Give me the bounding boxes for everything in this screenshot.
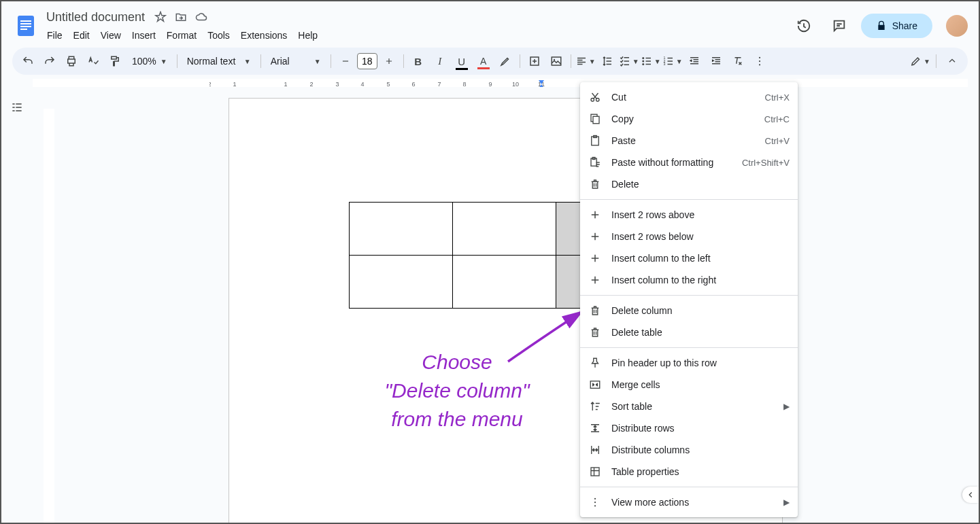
clear-formatting-button[interactable] bbox=[728, 51, 748, 71]
line-spacing-button[interactable] bbox=[597, 51, 618, 71]
bullet-list-button[interactable]: ▼ bbox=[641, 51, 661, 71]
context-menu-item-distribute-columns[interactable]: Distribute columns bbox=[580, 439, 798, 461]
numbered-list-button[interactable]: 123▼ bbox=[662, 51, 683, 71]
menu-tools[interactable]: Tools bbox=[203, 27, 235, 43]
svg-point-16 bbox=[759, 64, 760, 65]
paragraph-style-dropdown[interactable]: Normal text▼ bbox=[182, 56, 256, 67]
svg-point-7 bbox=[554, 59, 555, 60]
context-menu-item-view-more-actions[interactable]: View more actions▶ bbox=[580, 491, 798, 513]
plus-icon bbox=[588, 273, 602, 287]
context-menu-item-delete[interactable]: Delete bbox=[580, 173, 798, 195]
context-menu-item-sort-table[interactable]: Sort table▶ bbox=[580, 396, 798, 417]
table-cell[interactable] bbox=[350, 256, 453, 309]
editing-mode-button[interactable]: ▼ bbox=[910, 51, 930, 71]
context-menu-item-insert-2-rows-below[interactable]: Insert 2 rows below bbox=[580, 226, 798, 247]
svg-rect-2 bbox=[20, 23, 31, 24]
context-menu-item-insert-column-to-the-left[interactable]: Insert column to the left bbox=[580, 247, 798, 269]
menu-view[interactable]: View bbox=[96, 27, 126, 43]
context-menu-label: Pin header up to this row bbox=[611, 357, 790, 368]
context-menu-label: Distribute rows bbox=[611, 423, 790, 434]
cloud-icon[interactable] bbox=[195, 11, 207, 23]
trash-icon bbox=[588, 326, 602, 339]
collapse-toolbar-button[interactable] bbox=[942, 51, 962, 71]
docs-logo[interactable] bbox=[12, 12, 39, 39]
menu-insert[interactable]: Insert bbox=[127, 27, 160, 43]
context-menu-item-insert-column-to-the-right[interactable]: Insert column to the right bbox=[580, 269, 798, 291]
svg-point-15 bbox=[759, 60, 760, 62]
context-menu-label: Insert 2 rows above bbox=[611, 209, 790, 220]
svg-text:3: 3 bbox=[663, 62, 665, 66]
context-menu-label: Copy bbox=[611, 113, 764, 124]
context-menu-label: Table properties bbox=[611, 466, 790, 477]
context-menu-label: Merge cells bbox=[611, 379, 790, 390]
context-menu-item-paste[interactable]: PasteCtrl+V bbox=[580, 130, 798, 152]
align-button[interactable]: ▼ bbox=[575, 51, 596, 71]
document-title[interactable]: Untitled document bbox=[42, 9, 149, 26]
share-button[interactable]: Share bbox=[861, 14, 932, 38]
font-size-increase[interactable] bbox=[379, 51, 399, 71]
vertical-ruler[interactable] bbox=[44, 109, 54, 523]
menu-extensions[interactable]: Extensions bbox=[236, 27, 292, 43]
underline-button[interactable]: U bbox=[452, 51, 472, 71]
history-icon[interactable] bbox=[790, 12, 817, 39]
indent-increase-button[interactable] bbox=[706, 51, 726, 71]
menu-help[interactable]: Help bbox=[293, 27, 322, 43]
context-menu-item-pin-header-up-to-this-row[interactable]: Pin header up to this row bbox=[580, 352, 798, 374]
undo-button[interactable] bbox=[18, 51, 38, 71]
italic-button[interactable]: I bbox=[430, 51, 450, 71]
menu-file[interactable]: File bbox=[42, 27, 67, 43]
zoom-dropdown[interactable]: 100%▼ bbox=[126, 56, 173, 67]
paint-format-button[interactable] bbox=[105, 51, 125, 71]
document-area bbox=[1, 87, 979, 523]
menu-format[interactable]: Format bbox=[162, 27, 201, 43]
table-cell[interactable] bbox=[453, 256, 556, 309]
svg-rect-40 bbox=[590, 381, 600, 389]
chevron-right-icon: ▶ bbox=[783, 497, 790, 507]
sort-icon bbox=[588, 400, 602, 413]
star-icon[interactable] bbox=[154, 11, 167, 23]
redo-button[interactable] bbox=[39, 51, 60, 71]
header-right: Share bbox=[790, 12, 968, 39]
font-dropdown[interactable]: Arial▼ bbox=[265, 56, 326, 67]
context-menu-shortcut: Ctrl+V bbox=[765, 136, 790, 146]
more-icon bbox=[588, 495, 602, 509]
context-menu-item-cut[interactable]: CutCtrl+X bbox=[580, 86, 798, 108]
table-cell[interactable] bbox=[453, 203, 556, 256]
spellcheck-button[interactable] bbox=[83, 51, 103, 71]
table-cell[interactable] bbox=[350, 203, 453, 256]
context-menu-item-insert-2-rows-above[interactable]: Insert 2 rows above bbox=[580, 204, 798, 226]
context-menu-label: View more actions bbox=[611, 497, 783, 508]
highlight-button[interactable] bbox=[495, 51, 516, 71]
checklist-button[interactable]: ▼ bbox=[619, 51, 639, 71]
svg-point-42 bbox=[594, 498, 596, 500]
context-menu-item-delete-column[interactable]: Delete column bbox=[580, 300, 798, 321]
context-menu-item-table-properties[interactable]: Table properties bbox=[580, 461, 798, 483]
comments-icon[interactable] bbox=[826, 12, 853, 39]
context-menu-item-delete-table[interactable]: Delete table bbox=[580, 321, 798, 343]
print-button[interactable] bbox=[61, 51, 82, 71]
menu-edit[interactable]: Edit bbox=[69, 27, 95, 43]
move-icon[interactable] bbox=[175, 11, 187, 23]
context-menu-label: Delete table bbox=[611, 327, 790, 338]
text-color-button[interactable]: A bbox=[473, 51, 494, 71]
context-menu-label: Distribute columns bbox=[611, 444, 790, 455]
svg-rect-41 bbox=[591, 468, 599, 476]
indent-decrease-button[interactable] bbox=[684, 51, 705, 71]
bold-button[interactable]: B bbox=[408, 51, 428, 71]
table-props-icon bbox=[588, 465, 602, 478]
context-menu-item-distribute-rows[interactable]: Distribute rows bbox=[580, 417, 798, 439]
font-size-decrease[interactable] bbox=[335, 51, 356, 71]
avatar[interactable] bbox=[946, 15, 968, 37]
svg-rect-4 bbox=[20, 29, 27, 30]
insert-link-button[interactable] bbox=[524, 51, 545, 71]
side-panel-toggle[interactable] bbox=[962, 487, 979, 503]
more-toolbar-button[interactable] bbox=[749, 51, 770, 71]
outline-icon[interactable] bbox=[10, 101, 24, 523]
insert-image-button[interactable] bbox=[546, 51, 567, 71]
svg-point-10 bbox=[642, 63, 644, 65]
cut-icon bbox=[588, 90, 602, 104]
font-size-input[interactable] bbox=[357, 53, 377, 69]
context-menu-item-paste-without-formatting[interactable]: Paste without formattingCtrl+Shift+V bbox=[580, 152, 798, 173]
context-menu-item-copy[interactable]: CopyCtrl+C bbox=[580, 108, 798, 130]
context-menu-item-merge-cells[interactable]: Merge cells bbox=[580, 374, 798, 396]
